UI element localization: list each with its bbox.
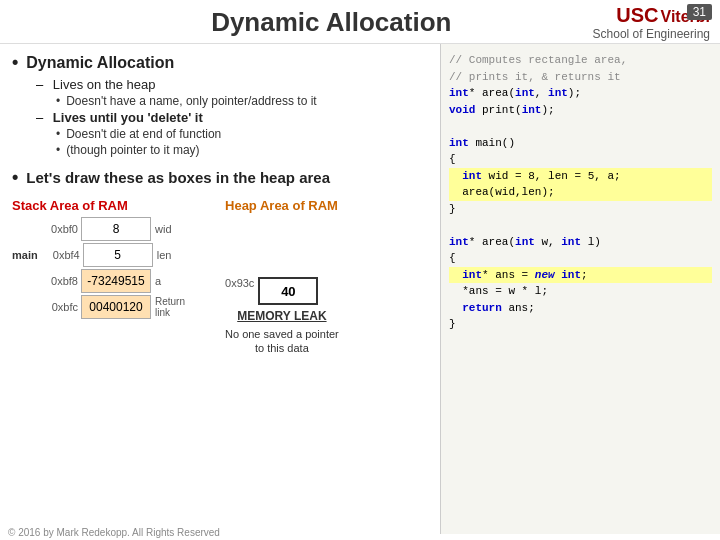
slide-number: 31 (687, 4, 712, 20)
heap-cell: 40 (258, 277, 318, 305)
stack-var-1: len (157, 249, 172, 261)
usc-brand: USC (616, 4, 658, 27)
stack-addr-1: 0xbf4 (42, 249, 80, 261)
stack-addr-0: 0xbf0 (40, 223, 78, 235)
sub2-bullet1: Doesn't die at end of function (56, 127, 428, 141)
slide-title: Dynamic Allocation (70, 7, 593, 38)
code-line-15: return ans; (449, 300, 712, 317)
code-line-0: // Computes rectangle area, (449, 52, 712, 69)
heap-row: 0x93c 40 (225, 277, 339, 305)
sub2-bullet2: (though pointer to it may) (56, 143, 428, 157)
stack-area: Stack Area of RAM 0xbf0 8 wid main 0xbf4… (12, 198, 185, 356)
sub2: Lives until you 'delete' it (36, 110, 428, 125)
code-line-7: int wid = 8, len = 5, a; (449, 168, 712, 185)
memory-leak-label: MEMORY LEAK (225, 309, 339, 323)
code-line-10 (449, 217, 712, 234)
table-row: 0xbf8 -73249515 a (12, 269, 185, 293)
stack-addr-2: 0xbf8 (40, 275, 78, 287)
heap-area: Heap Area of RAM 0x93c 40 MEMORY LEAK No… (225, 198, 339, 356)
bullet2: Let's draw these as boxes in the heap ar… (12, 167, 428, 188)
stack-cell-2: -73249515 (81, 269, 151, 293)
code-line-8: area(wid,len); (449, 184, 712, 201)
code-line-12: { (449, 250, 712, 267)
code-line-3: void print(int); (449, 102, 712, 119)
code-line-11: int* area(int w, int l) (449, 234, 712, 251)
code-line-9: } (449, 201, 712, 218)
stack-var-3: Returnlink (155, 296, 185, 318)
sub1: Lives on the heap (36, 77, 428, 92)
footer: © 2016 by Mark Redekopp. All Rights Rese… (8, 527, 220, 538)
stack-cell-0: 8 (81, 217, 151, 241)
table-row: main 0xbf4 5 len (12, 243, 185, 267)
left-panel: Dynamic Allocation Lives on the heap Doe… (0, 44, 440, 534)
code-line-14: *ans = w * l; (449, 283, 712, 300)
code-line-6: { (449, 151, 712, 168)
stack-cell-1: 5 (83, 243, 153, 267)
code-line-4 (449, 118, 712, 135)
stack-rows: 0xbf0 8 wid main 0xbf4 5 len 0xbf8 -7324… (12, 217, 185, 321)
heap-addr: 0x93c (225, 277, 254, 289)
no-pointer-text: No one saved a pointerto this data (225, 327, 339, 356)
stack-addr-3: 0xbfc (40, 301, 78, 313)
stack-cell-3: 00400120 (81, 295, 151, 319)
main-content: Dynamic Allocation Lives on the heap Doe… (0, 44, 720, 534)
code-panel: // Computes rectangle area, // prints it… (440, 44, 720, 534)
table-row: 0xbf0 8 wid (12, 217, 185, 241)
code-line-1: // prints it, & returns it (449, 69, 712, 86)
code-line-5: int main() (449, 135, 712, 152)
table-row: 0xbfc 00400120 Returnlink (12, 295, 185, 319)
stack-var-2: a (155, 275, 161, 287)
code-line-2: int* area(int, int); (449, 85, 712, 102)
slide-header: Dynamic Allocation USC Viterbi School of… (0, 0, 720, 44)
stack-var-0: wid (155, 223, 172, 235)
bullet1: Dynamic Allocation (12, 52, 428, 73)
code-line-16: } (449, 316, 712, 333)
code-line-13: int* ans = new int; (449, 267, 712, 284)
stack-label: Stack Area of RAM (12, 198, 128, 213)
school-label: School of Engineering (593, 27, 710, 41)
main-label: main (12, 249, 38, 261)
diagram-area: Stack Area of RAM 0xbf0 8 wid main 0xbf4… (12, 198, 428, 356)
sub1-bullet: Doesn't have a name, only pointer/addres… (56, 94, 428, 108)
heap-label: Heap Area of RAM (225, 198, 339, 213)
